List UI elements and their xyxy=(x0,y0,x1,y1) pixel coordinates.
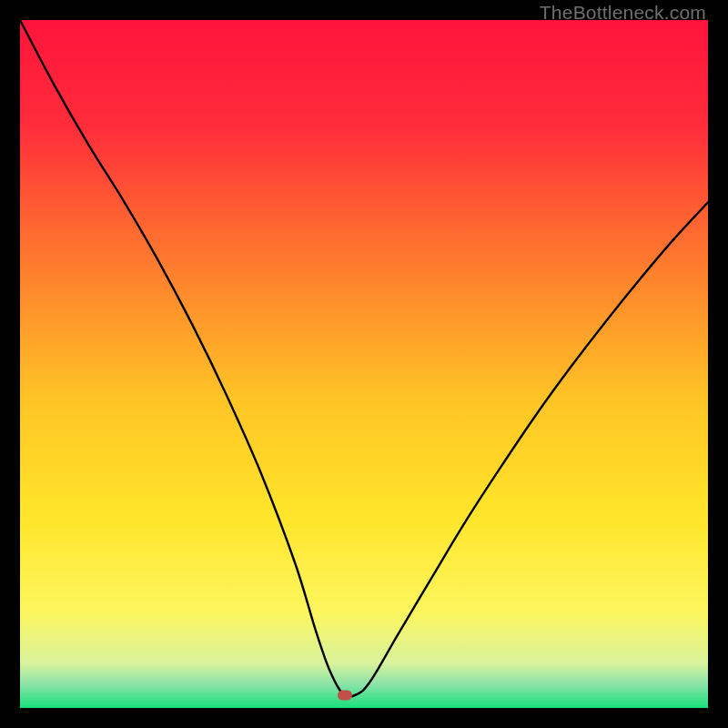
chart-frame xyxy=(20,20,708,708)
bottleneck-chart xyxy=(20,20,708,708)
watermark-text: TheBottleneck.com xyxy=(540,2,706,24)
gradient-background xyxy=(20,20,708,708)
optimal-point-marker xyxy=(338,690,352,700)
